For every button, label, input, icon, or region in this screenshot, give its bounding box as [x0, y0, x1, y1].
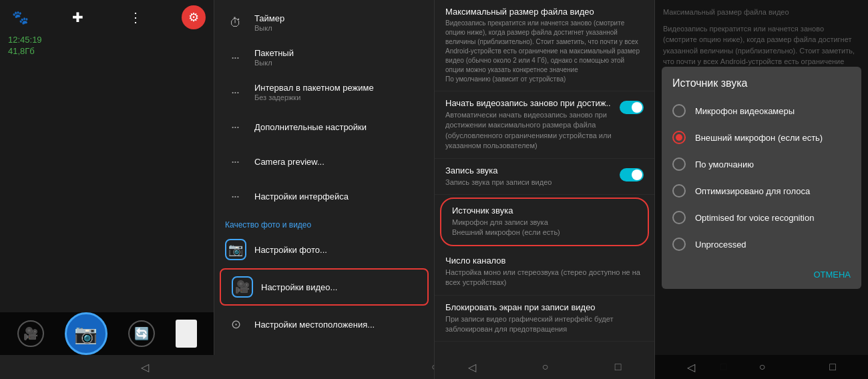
camera-time: 12:45:19 41,8Гб: [8, 35, 42, 57]
settings-timer[interactable]: ⏱ Таймер Выкл: [214, 5, 434, 40]
dialog-actions: ОТМЕНА: [662, 260, 861, 289]
gear-icon-btn[interactable]: ⚙: [182, 5, 206, 29]
dialog-option-extmic[interactable]: Внешний микрофон (если есть): [662, 124, 861, 151]
settings-panel: ⏱ Таймер Выкл ••• Пакетный Выкл ••• Инте…: [214, 0, 434, 379]
video-text: Настройки видео...: [261, 282, 417, 292]
dialog-option-voice-label: Оптимизировано для голоса: [695, 186, 810, 196]
camera-icon-btn-2[interactable]: ✚: [66, 5, 90, 29]
photo-text: Настройки фото...: [254, 245, 423, 255]
location-text: Настройки местоположения...: [254, 320, 423, 330]
radio-extmic[interactable]: [672, 131, 686, 144]
dialog-option-default[interactable]: По умолчанию: [662, 151, 861, 177]
batch-text: Пакетный Выкл: [254, 48, 423, 67]
dots-icon-preview: •••: [225, 151, 246, 172]
detail-sound[interactable]: Запись звука Запись звука при записи вид…: [435, 159, 654, 195]
dialog-option-voicerec[interactable]: Optimised for voice recognition: [662, 204, 861, 231]
settings-list: ⏱ Таймер Выкл ••• Пакетный Выкл ••• Инте…: [214, 0, 434, 379]
detail-audio-source[interactable]: Источник звука Микрофон для записи звука…: [440, 198, 649, 246]
dialog-nav: ◁ ○ □: [655, 355, 868, 379]
dialog-title: Источник звука: [662, 77, 861, 97]
settings-batch[interactable]: ••• Пакетный Выкл: [214, 40, 434, 75]
radio-voicerec[interactable]: [672, 211, 686, 224]
dialog-recents-nav[interactable]: □: [829, 361, 836, 373]
shutter-btn[interactable]: 📷: [65, 312, 107, 355]
radio-cammic[interactable]: [672, 104, 686, 117]
settings-nav: ◁ ○ □: [214, 355, 434, 379]
flip-btn[interactable]: 🔄: [128, 320, 155, 347]
dots-icon-interval: •••: [225, 81, 246, 103]
dialog-cancel-btn[interactable]: ОТМЕНА: [813, 266, 851, 284]
detail-back-nav[interactable]: ◁: [468, 361, 476, 374]
detail-panel: Максимальный размер файла видео Видеозап…: [434, 0, 654, 379]
settings-advanced[interactable]: ••• Дополнительные настройки: [214, 109, 434, 144]
radio-voice[interactable]: [672, 184, 686, 198]
dialog-panel: Максимальный размер файла видео Видеозап…: [654, 0, 868, 379]
video-camera-icon: 🎥: [232, 276, 253, 298]
timer-icon: ⏱: [225, 12, 246, 33]
camera-controls: 🎥 📷 🔄: [0, 312, 214, 355]
dialog-option-voice[interactable]: Оптимизировано для голоса: [662, 177, 861, 204]
advanced-text: Дополнительные настройки: [254, 122, 423, 132]
radio-unproc[interactable]: [672, 238, 686, 251]
camera-panel: 🐾 ✚ ⋮ ⚙ 12:45:19 41,8Гб 🎥 📷 🔄 △ ○ □: [0, 0, 214, 379]
dots-icon-batch: •••: [225, 47, 246, 68]
dots-icon-interface: •••: [225, 185, 246, 207]
camera-icon-btn-3[interactable]: ⋮: [124, 5, 148, 29]
location-icon: ⊙: [225, 314, 246, 335]
dialog-option-cammic-label: Микрофон видеокамеры: [695, 106, 795, 116]
dialog-option-default-label: По умолчанию: [695, 159, 754, 169]
detail-home-nav[interactable]: ○: [542, 361, 549, 373]
timer-text: Таймер Выкл: [254, 13, 423, 32]
settings-camera-preview[interactable]: ••• Camera preview...: [214, 144, 434, 179]
preview-text: Camera preview...: [254, 157, 423, 167]
sound-toggle[interactable]: [620, 168, 644, 181]
settings-interface[interactable]: ••• Настройки интерфейса: [214, 179, 434, 214]
dialog-option-extmic-label: Внешний микрофон (если есть): [695, 133, 823, 143]
detail-nav: ◁ ○ □: [435, 355, 654, 379]
detail-channels[interactable]: Число каналов Настройка моно или стереоз…: [435, 249, 654, 296]
interface-text: Настройки интерфейса: [254, 192, 423, 202]
dialog-option-unproc-label: Unprocessed: [695, 240, 746, 250]
photo-camera-icon: 📷: [225, 239, 246, 260]
camera-top-bar: 🐾 ✚ ⋮ ⚙: [0, 0, 214, 35]
detail-recents-nav[interactable]: □: [615, 361, 622, 373]
section-photo-video: Качество фото и видео: [214, 214, 434, 232]
dialog-home-nav[interactable]: ○: [759, 361, 766, 373]
settings-location[interactable]: ⊙ Настройки местоположения...: [214, 307, 434, 342]
settings-video[interactable]: 🎥 Настройки видео...: [220, 268, 429, 306]
dialog-option-cammic[interactable]: Микрофон видеокамеры: [662, 97, 861, 124]
thumbnail[interactable]: [176, 320, 197, 348]
video-mode-btn[interactable]: 🎥: [17, 320, 44, 347]
detail-restart[interactable]: Начать видеозапись заново при достиж.. А…: [435, 91, 654, 159]
settings-interval[interactable]: ••• Интервал в пакетном режиме Без задер…: [214, 75, 434, 109]
dots-icon-advanced: •••: [225, 116, 246, 137]
detail-block-screen[interactable]: Блокировать экран при записи видео При з…: [435, 296, 654, 342]
dialog-back-nav[interactable]: ◁: [687, 361, 695, 374]
radio-default[interactable]: [672, 157, 686, 171]
audio-source-dialog: Источник звука Микрофон видеокамеры Внеш…: [662, 67, 861, 289]
restart-toggle[interactable]: [620, 101, 644, 114]
camera-icon-btn-1[interactable]: 🐾: [8, 5, 32, 29]
dialog-option-unproc[interactable]: Unprocessed: [662, 231, 861, 258]
dialog-option-voicerec-label: Optimised for voice recognition: [695, 213, 814, 223]
settings-photo[interactable]: 📷 Настройки фото...: [214, 232, 434, 267]
interval-text: Интервал в пакетном режиме Без задержки: [254, 83, 423, 101]
detail-max-file-size[interactable]: Максимальный размер файла видео Видеозап…: [435, 0, 654, 91]
